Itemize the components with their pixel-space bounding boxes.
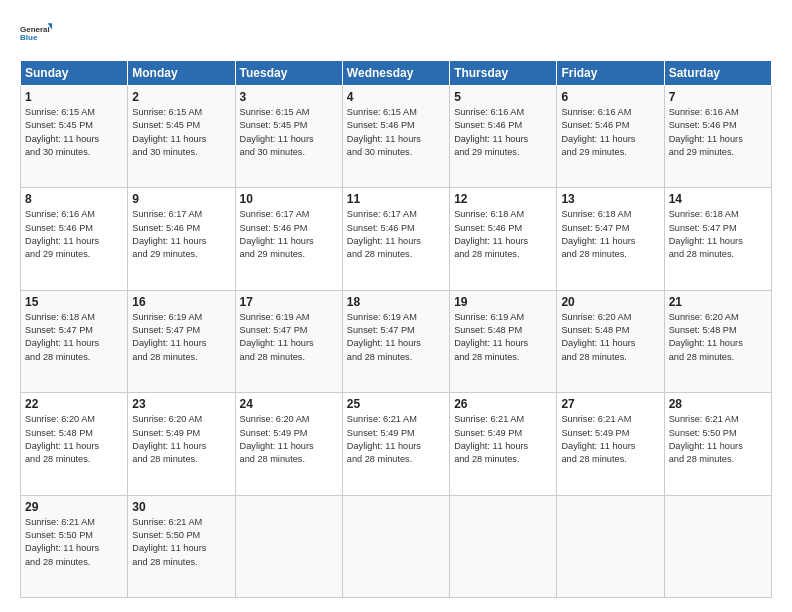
- day-number: 8: [25, 192, 123, 206]
- day-cell-15: 15Sunrise: 6:18 AMSunset: 5:47 PMDayligh…: [21, 290, 128, 392]
- day-cell-9: 9Sunrise: 6:17 AMSunset: 5:46 PMDaylight…: [128, 188, 235, 290]
- day-cell-5: 5Sunrise: 6:16 AMSunset: 5:46 PMDaylight…: [450, 86, 557, 188]
- calendar-week-4: 22Sunrise: 6:20 AMSunset: 5:48 PMDayligh…: [21, 393, 772, 495]
- day-number: 4: [347, 90, 445, 104]
- day-info: Sunrise: 6:17 AMSunset: 5:46 PMDaylight:…: [132, 208, 230, 261]
- day-info: Sunrise: 6:18 AMSunset: 5:47 PMDaylight:…: [669, 208, 767, 261]
- day-header-saturday: Saturday: [664, 61, 771, 86]
- day-info: Sunrise: 6:19 AMSunset: 5:47 PMDaylight:…: [240, 311, 338, 364]
- day-cell-6: 6Sunrise: 6:16 AMSunset: 5:46 PMDaylight…: [557, 86, 664, 188]
- day-number: 6: [561, 90, 659, 104]
- day-info: Sunrise: 6:19 AMSunset: 5:48 PMDaylight:…: [454, 311, 552, 364]
- day-cell-23: 23Sunrise: 6:20 AMSunset: 5:49 PMDayligh…: [128, 393, 235, 495]
- day-number: 26: [454, 397, 552, 411]
- day-header-monday: Monday: [128, 61, 235, 86]
- day-cell-26: 26Sunrise: 6:21 AMSunset: 5:49 PMDayligh…: [450, 393, 557, 495]
- day-number: 24: [240, 397, 338, 411]
- day-info: Sunrise: 6:16 AMSunset: 5:46 PMDaylight:…: [669, 106, 767, 159]
- day-header-friday: Friday: [557, 61, 664, 86]
- day-number: 28: [669, 397, 767, 411]
- day-number: 13: [561, 192, 659, 206]
- day-cell-8: 8Sunrise: 6:16 AMSunset: 5:46 PMDaylight…: [21, 188, 128, 290]
- day-info: Sunrise: 6:15 AMSunset: 5:46 PMDaylight:…: [347, 106, 445, 159]
- logo: General Blue: [20, 18, 52, 50]
- empty-cell: [450, 495, 557, 597]
- day-cell-17: 17Sunrise: 6:19 AMSunset: 5:47 PMDayligh…: [235, 290, 342, 392]
- calendar-week-3: 15Sunrise: 6:18 AMSunset: 5:47 PMDayligh…: [21, 290, 772, 392]
- day-cell-25: 25Sunrise: 6:21 AMSunset: 5:49 PMDayligh…: [342, 393, 449, 495]
- day-header-tuesday: Tuesday: [235, 61, 342, 86]
- day-header-sunday: Sunday: [21, 61, 128, 86]
- day-number: 7: [669, 90, 767, 104]
- day-info: Sunrise: 6:20 AMSunset: 5:48 PMDaylight:…: [669, 311, 767, 364]
- day-number: 22: [25, 397, 123, 411]
- day-info: Sunrise: 6:20 AMSunset: 5:49 PMDaylight:…: [132, 413, 230, 466]
- day-info: Sunrise: 6:16 AMSunset: 5:46 PMDaylight:…: [454, 106, 552, 159]
- day-cell-20: 20Sunrise: 6:20 AMSunset: 5:48 PMDayligh…: [557, 290, 664, 392]
- calendar-week-2: 8Sunrise: 6:16 AMSunset: 5:46 PMDaylight…: [21, 188, 772, 290]
- day-cell-28: 28Sunrise: 6:21 AMSunset: 5:50 PMDayligh…: [664, 393, 771, 495]
- day-header-thursday: Thursday: [450, 61, 557, 86]
- day-cell-29: 29Sunrise: 6:21 AMSunset: 5:50 PMDayligh…: [21, 495, 128, 597]
- day-cell-11: 11Sunrise: 6:17 AMSunset: 5:46 PMDayligh…: [342, 188, 449, 290]
- day-info: Sunrise: 6:21 AMSunset: 5:50 PMDaylight:…: [132, 516, 230, 569]
- day-info: Sunrise: 6:21 AMSunset: 5:50 PMDaylight:…: [25, 516, 123, 569]
- empty-cell: [664, 495, 771, 597]
- day-number: 3: [240, 90, 338, 104]
- day-number: 30: [132, 500, 230, 514]
- day-cell-22: 22Sunrise: 6:20 AMSunset: 5:48 PMDayligh…: [21, 393, 128, 495]
- svg-text:Blue: Blue: [20, 33, 38, 42]
- day-number: 15: [25, 295, 123, 309]
- calendar-body: 1Sunrise: 6:15 AMSunset: 5:45 PMDaylight…: [21, 86, 772, 598]
- day-info: Sunrise: 6:21 AMSunset: 5:49 PMDaylight:…: [561, 413, 659, 466]
- calendar-table: SundayMondayTuesdayWednesdayThursdayFrid…: [20, 60, 772, 598]
- day-cell-21: 21Sunrise: 6:20 AMSunset: 5:48 PMDayligh…: [664, 290, 771, 392]
- day-number: 5: [454, 90, 552, 104]
- logo-svg: General Blue: [20, 18, 52, 50]
- day-number: 11: [347, 192, 445, 206]
- day-info: Sunrise: 6:18 AMSunset: 5:46 PMDaylight:…: [454, 208, 552, 261]
- day-cell-19: 19Sunrise: 6:19 AMSunset: 5:48 PMDayligh…: [450, 290, 557, 392]
- day-info: Sunrise: 6:19 AMSunset: 5:47 PMDaylight:…: [132, 311, 230, 364]
- day-info: Sunrise: 6:20 AMSunset: 5:48 PMDaylight:…: [25, 413, 123, 466]
- day-number: 23: [132, 397, 230, 411]
- day-number: 27: [561, 397, 659, 411]
- day-cell-14: 14Sunrise: 6:18 AMSunset: 5:47 PMDayligh…: [664, 188, 771, 290]
- day-info: Sunrise: 6:17 AMSunset: 5:46 PMDaylight:…: [347, 208, 445, 261]
- day-cell-1: 1Sunrise: 6:15 AMSunset: 5:45 PMDaylight…: [21, 86, 128, 188]
- day-info: Sunrise: 6:21 AMSunset: 5:49 PMDaylight:…: [454, 413, 552, 466]
- empty-cell: [342, 495, 449, 597]
- day-number: 2: [132, 90, 230, 104]
- day-number: 21: [669, 295, 767, 309]
- day-info: Sunrise: 6:15 AMSunset: 5:45 PMDaylight:…: [25, 106, 123, 159]
- empty-cell: [235, 495, 342, 597]
- day-cell-24: 24Sunrise: 6:20 AMSunset: 5:49 PMDayligh…: [235, 393, 342, 495]
- day-number: 17: [240, 295, 338, 309]
- day-number: 25: [347, 397, 445, 411]
- day-number: 18: [347, 295, 445, 309]
- day-number: 20: [561, 295, 659, 309]
- day-cell-27: 27Sunrise: 6:21 AMSunset: 5:49 PMDayligh…: [557, 393, 664, 495]
- day-cell-30: 30Sunrise: 6:21 AMSunset: 5:50 PMDayligh…: [128, 495, 235, 597]
- day-cell-3: 3Sunrise: 6:15 AMSunset: 5:45 PMDaylight…: [235, 86, 342, 188]
- day-cell-7: 7Sunrise: 6:16 AMSunset: 5:46 PMDaylight…: [664, 86, 771, 188]
- day-info: Sunrise: 6:16 AMSunset: 5:46 PMDaylight:…: [561, 106, 659, 159]
- day-info: Sunrise: 6:20 AMSunset: 5:48 PMDaylight:…: [561, 311, 659, 364]
- day-cell-12: 12Sunrise: 6:18 AMSunset: 5:46 PMDayligh…: [450, 188, 557, 290]
- calendar-week-1: 1Sunrise: 6:15 AMSunset: 5:45 PMDaylight…: [21, 86, 772, 188]
- day-cell-13: 13Sunrise: 6:18 AMSunset: 5:47 PMDayligh…: [557, 188, 664, 290]
- day-info: Sunrise: 6:17 AMSunset: 5:46 PMDaylight:…: [240, 208, 338, 261]
- day-info: Sunrise: 6:15 AMSunset: 5:45 PMDaylight:…: [240, 106, 338, 159]
- day-number: 1: [25, 90, 123, 104]
- day-info: Sunrise: 6:21 AMSunset: 5:50 PMDaylight:…: [669, 413, 767, 466]
- svg-text:General: General: [20, 25, 50, 34]
- day-number: 12: [454, 192, 552, 206]
- day-number: 19: [454, 295, 552, 309]
- day-header-wednesday: Wednesday: [342, 61, 449, 86]
- day-number: 9: [132, 192, 230, 206]
- day-info: Sunrise: 6:21 AMSunset: 5:49 PMDaylight:…: [347, 413, 445, 466]
- day-cell-2: 2Sunrise: 6:15 AMSunset: 5:45 PMDaylight…: [128, 86, 235, 188]
- day-cell-16: 16Sunrise: 6:19 AMSunset: 5:47 PMDayligh…: [128, 290, 235, 392]
- day-cell-10: 10Sunrise: 6:17 AMSunset: 5:46 PMDayligh…: [235, 188, 342, 290]
- header: General Blue: [20, 18, 772, 50]
